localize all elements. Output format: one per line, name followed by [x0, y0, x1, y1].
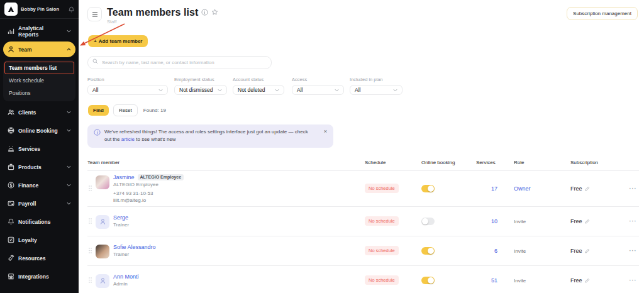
sidebar-item-label: Notifications: [18, 219, 50, 225]
service-bell-icon: [8, 145, 14, 152]
edit-pencil-icon[interactable]: [585, 219, 590, 224]
hamburger-menu-button[interactable]: [87, 7, 102, 21]
edit-pencil-icon[interactable]: [585, 186, 590, 191]
avatar: [96, 245, 109, 258]
chevron-down-icon: [67, 165, 71, 169]
services-count-link[interactable]: 10: [491, 218, 497, 224]
person-icon: [8, 46, 14, 53]
sidebar-item-label: Payroll: [18, 201, 36, 207]
account-status-select[interactable]: Not deleted: [233, 85, 284, 95]
sidebar-item-notifications[interactable]: Notifications: [3, 214, 75, 229]
filter-label-account-status: Account status: [233, 77, 284, 82]
sidebar-item-analytical-reports[interactable]: Analytical Reports: [3, 23, 75, 39]
article-link[interactable]: article: [121, 136, 135, 142]
more-menu-icon[interactable]: ···: [627, 185, 639, 192]
member-position: Trainer: [113, 252, 156, 257]
search-input[interactable]: [87, 56, 272, 69]
schedule-status-badge: No schedule: [365, 184, 399, 193]
percent-icon: [8, 236, 14, 243]
find-button[interactable]: Find: [88, 105, 109, 116]
services-count-link[interactable]: 6: [494, 248, 497, 254]
chevron-up-icon: [67, 48, 71, 51]
more-menu-icon[interactable]: ···: [627, 248, 639, 254]
employment-status-select[interactable]: Not dismissed: [174, 85, 227, 95]
drag-handle-icon[interactable]: [89, 218, 92, 224]
filters-row: Position All Employment status Not dismi…: [87, 77, 636, 95]
search-bar: [87, 55, 272, 69]
col-role: Role: [514, 160, 570, 165]
sidebar-item-label: Analytical Reports: [18, 25, 63, 38]
notifications-bell-icon[interactable]: [69, 6, 74, 13]
sidebar-item-team-members-list[interactable]: Team members list: [4, 62, 74, 74]
search-icon: [92, 58, 98, 64]
sidebar-item-payroll[interactable]: Payroll: [3, 196, 75, 211]
edit-pencil-icon[interactable]: [585, 278, 590, 283]
sidebar-item-finance[interactable]: Finance: [3, 177, 75, 193]
access-select[interactable]: All: [292, 85, 344, 95]
close-icon[interactable]: ×: [324, 128, 327, 136]
filter-label-included-in-plan: Included in plan: [350, 77, 402, 82]
role-status: Invite: [514, 219, 526, 224]
sidebar-item-services[interactable]: Services: [3, 141, 75, 157]
member-name-link[interactable]: Ann Monti: [113, 274, 139, 280]
filter-label-position: Position: [87, 77, 168, 82]
schedule-status-badge: No schedule: [365, 275, 399, 285]
sidebar-item-label: Online Booking: [18, 128, 58, 134]
included-in-plan-select[interactable]: All: [350, 85, 402, 95]
avatar-placeholder: [96, 215, 109, 229]
col-schedule: Schedule: [365, 160, 421, 165]
filter-label-employment-status: Employment status: [174, 77, 227, 82]
add-team-member-button[interactable]: +Add team member: [88, 35, 148, 47]
avatar-placeholder: [96, 274, 109, 288]
online-booking-toggle[interactable]: [421, 218, 435, 225]
sidebar-item-integrations[interactable]: Integrations: [3, 268, 75, 284]
more-menu-icon[interactable]: ···: [627, 218, 639, 224]
services-count-link[interactable]: 51: [491, 277, 497, 284]
member-name-link[interactable]: Sofie Alessandro: [113, 244, 156, 250]
sidebar-item-resources[interactable]: Resources: [3, 250, 75, 266]
member-name-link[interactable]: Serge: [113, 214, 129, 221]
chart-icon: [8, 28, 14, 35]
online-booking-toggle[interactable]: [421, 277, 435, 284]
role-status: Invite: [514, 278, 526, 284]
page-title: Team members list: [107, 7, 198, 18]
drag-handle-icon[interactable]: [89, 185, 92, 191]
sidebar-item-loyalty[interactable]: Loyalty: [3, 232, 75, 248]
schedule-status-badge: No schedule: [365, 246, 399, 255]
sidebar-item-team[interactable]: Team: [3, 41, 75, 57]
sidebar-item-products[interactable]: Products: [3, 159, 75, 175]
position-select[interactable]: All: [87, 85, 168, 95]
subscription-management-button[interactable]: Subscription management: [567, 7, 638, 20]
col-services: Services: [476, 160, 514, 165]
sidebar-item-positions[interactable]: Positions: [4, 87, 74, 99]
main-content: Team members list Staff Subscription man…: [79, 0, 644, 293]
drag-handle-icon[interactable]: [89, 277, 92, 283]
chevron-down-icon: [218, 89, 222, 92]
sidebar-item-online-booking[interactable]: Online Booking: [3, 123, 75, 138]
storefront-icon: [8, 273, 14, 280]
services-count-link[interactable]: 17: [491, 185, 497, 192]
table-row: Sofie Alessandro Trainer No schedule 6 I…: [87, 236, 639, 266]
team-submenu: Team members list Work schedule Position…: [3, 60, 75, 101]
info-icon[interactable]: [201, 9, 208, 16]
member-name-link[interactable]: Jasmine: [113, 174, 135, 180]
sidebar-item-clients[interactable]: Clients: [3, 104, 75, 120]
globe-icon: [8, 127, 14, 134]
member-position: ALTEGIO Employee: [113, 182, 184, 187]
role-link[interactable]: Owner: [514, 185, 531, 192]
schedule-status-badge: No schedule: [365, 216, 399, 226]
more-menu-icon[interactable]: ···: [627, 277, 639, 284]
member-position: Admin: [113, 281, 139, 287]
reset-button[interactable]: Reset: [113, 104, 138, 116]
online-booking-toggle[interactable]: [421, 185, 435, 192]
chevron-down-icon: [67, 202, 71, 205]
wallet-card-icon: [8, 200, 14, 207]
chevron-down-icon: [335, 89, 339, 92]
star-favorite-icon[interactable]: [211, 9, 218, 16]
drag-handle-icon[interactable]: [89, 248, 92, 253]
online-booking-toggle[interactable]: [421, 247, 435, 255]
sidebar-item-work-schedule[interactable]: Work schedule: [4, 74, 74, 87]
sidebar-item-label: Resources: [18, 255, 45, 262]
subscription-value: Free: [570, 277, 582, 284]
edit-pencil-icon[interactable]: [585, 248, 590, 253]
